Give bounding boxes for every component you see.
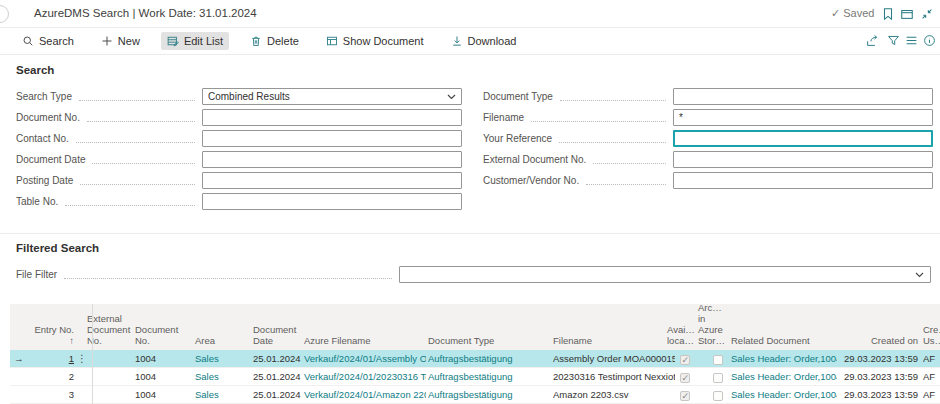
row-indicator-icon <box>12 386 32 404</box>
column-header-available-locally[interactable]: Avai… loca… <box>667 324 701 346</box>
customer-vendor-no-input[interactable] <box>673 172 933 189</box>
cell-document-no[interactable]: 1004 <box>135 368 179 386</box>
collapse-icon[interactable] <box>919 6 935 22</box>
archived-checkbox[interactable] <box>713 391 723 401</box>
cell-related-document-link[interactable]: Sales Header: Order,1004 <box>731 350 837 368</box>
table-row[interactable]: 1 1004 Sales 25.01.2024 Verkauf/2024/01/… <box>10 350 940 368</box>
cell-created-on[interactable]: 29.03.2023 13:59 <box>838 368 918 386</box>
cell-document-no[interactable]: 1004 <box>135 386 179 404</box>
document-type-label: Document Type <box>483 91 553 102</box>
posting-date-input[interactable] <box>202 172 462 189</box>
search-type-label: Search Type <box>16 91 72 102</box>
save-status: ✓ Saved <box>831 7 874 20</box>
cell-entry-no[interactable]: 3 <box>34 386 74 404</box>
column-header-created-on[interactable]: Created on <box>838 335 918 346</box>
cell-related-document-link[interactable]: Sales Header: Order,1004 <box>731 386 837 404</box>
table-row[interactable]: 3 1004 Sales 25.01.2024 Verkauf/2024/01/… <box>10 386 940 404</box>
cell-azure-filename-link[interactable]: Verkauf/2024/01/20230316 Testi... <box>304 368 426 386</box>
column-header-archived-in-azure-storage[interactable]: Arc… in Azure Stor… <box>698 304 728 346</box>
edit-list-button[interactable]: Edit List <box>161 32 229 50</box>
search-button-label: Search <box>39 35 74 47</box>
open-in-window-icon[interactable] <box>899 6 915 22</box>
contact-no-input[interactable] <box>202 130 462 147</box>
cell-archived-in-azure-storage <box>698 368 734 386</box>
cell-azure-filename-link[interactable]: Verkauf/2024/01/Assembly Orde... <box>304 350 426 368</box>
search-icon <box>22 35 34 47</box>
cell-filename[interactable]: Assembly Order MOA000015 2... <box>553 350 675 368</box>
cell-filename[interactable]: Amazon 2203.csv <box>553 386 675 404</box>
your-reference-input[interactable] <box>673 130 933 147</box>
column-header-document-date[interactable]: Document Date <box>253 324 301 346</box>
cell-entry-no[interactable]: 1 <box>34 350 74 368</box>
field-document-type: Document Type <box>483 88 933 105</box>
cell-area-link[interactable]: Sales <box>195 350 241 368</box>
share-icon[interactable] <box>864 33 880 49</box>
column-header-area[interactable]: Area <box>195 335 241 346</box>
table-no-input[interactable] <box>202 193 462 210</box>
cell-created-by[interactable]: AF <box>923 386 940 404</box>
cell-created-by[interactable]: AF <box>923 350 940 368</box>
download-button[interactable]: Download <box>445 32 523 50</box>
document-date-input[interactable] <box>202 151 462 168</box>
document-no-input[interactable] <box>202 109 462 126</box>
available-locally-checkbox[interactable] <box>680 355 690 365</box>
table-no-label: Table No. <box>16 196 58 207</box>
cell-external-document-no[interactable] <box>87 368 137 386</box>
search-section-title: Search <box>16 64 54 76</box>
column-header-created-by[interactable]: Cre… Us… <box>923 324 940 346</box>
search-button[interactable]: Search <box>16 32 80 50</box>
document-type-input[interactable] <box>673 88 933 105</box>
field-external-document-no: External Document No. <box>483 151 933 168</box>
cell-external-document-no[interactable] <box>87 386 137 404</box>
cell-document-type-link[interactable]: Auftragsbestätigung <box>428 386 546 404</box>
cell-document-date[interactable]: 25.01.2024 <box>253 368 301 386</box>
delete-button[interactable]: Delete <box>244 32 305 50</box>
cell-external-document-no[interactable] <box>87 350 137 368</box>
list-view-icon[interactable] <box>903 33 919 49</box>
file-filter-select[interactable] <box>399 266 931 283</box>
column-header-azure-filename[interactable]: Azure Filename <box>304 335 426 346</box>
trash-icon <box>250 35 262 47</box>
cell-document-type-link[interactable]: Auftragsbestätigung <box>428 368 546 386</box>
cell-document-date[interactable]: 25.01.2024 <box>253 350 301 368</box>
cell-available-locally <box>667 386 701 404</box>
cell-related-document-link[interactable]: Sales Header: Order,1004 <box>731 368 837 386</box>
info-icon[interactable] <box>921 33 937 49</box>
column-header-related-document[interactable]: Related Document <box>731 335 837 346</box>
column-header-entry-no[interactable]: Entry No. ↑ <box>34 324 74 346</box>
cell-document-type-link[interactable]: Auftragsbestätigung <box>428 350 546 368</box>
column-header-document-no[interactable]: Document No. <box>135 324 179 346</box>
cell-area-link[interactable]: Sales <box>195 368 241 386</box>
available-locally-checkbox[interactable] <box>680 373 690 383</box>
table-header-row: Entry No. ↑ External Document No. Docume… <box>10 304 940 350</box>
row-indicator-icon <box>12 368 32 386</box>
filter-icon[interactable] <box>885 33 901 49</box>
new-button[interactable]: New <box>95 32 146 50</box>
archived-checkbox[interactable] <box>713 355 723 365</box>
column-header-filename[interactable]: Filename <box>553 335 675 346</box>
table-row[interactable]: 2 1004 Sales 25.01.2024 Verkauf/2024/01/… <box>10 368 940 386</box>
available-locally-checkbox[interactable] <box>680 391 690 401</box>
cell-created-on[interactable]: 29.03.2023 13:59 <box>838 386 918 404</box>
search-type-select[interactable]: Combined Results <box>202 88 462 105</box>
archived-checkbox[interactable] <box>713 373 723 383</box>
cell-azure-filename-link[interactable]: Verkauf/2024/01/Amazon 2203.csv <box>304 386 426 404</box>
cell-created-on[interactable]: 29.03.2023 13:59 <box>838 350 918 368</box>
filtered-search-section-title: Filtered Search <box>16 242 99 254</box>
bookmark-icon[interactable] <box>880 6 896 22</box>
column-header-external-document-no[interactable]: External Document No. <box>87 313 137 346</box>
external-document-no-input[interactable] <box>673 151 933 168</box>
field-contact-no: Contact No. <box>16 130 462 147</box>
column-header-document-type[interactable]: Document Type <box>428 335 546 346</box>
cell-entry-no[interactable]: 2 <box>34 368 74 386</box>
cell-document-date[interactable]: 25.01.2024 <box>253 386 301 404</box>
cell-area-link[interactable]: Sales <box>195 386 241 404</box>
show-document-button[interactable]: Show Document <box>320 32 430 50</box>
cell-created-by[interactable]: AF <box>923 368 940 386</box>
filename-input[interactable] <box>673 109 933 126</box>
cell-document-no[interactable]: 1004 <box>135 350 179 368</box>
cell-filename[interactable]: 20230316 Testimport Nexxiot.x... <box>553 368 675 386</box>
dotted-leader <box>79 99 195 101</box>
edit-list-button-label: Edit List <box>184 35 223 47</box>
back-button[interactable] <box>0 5 9 23</box>
